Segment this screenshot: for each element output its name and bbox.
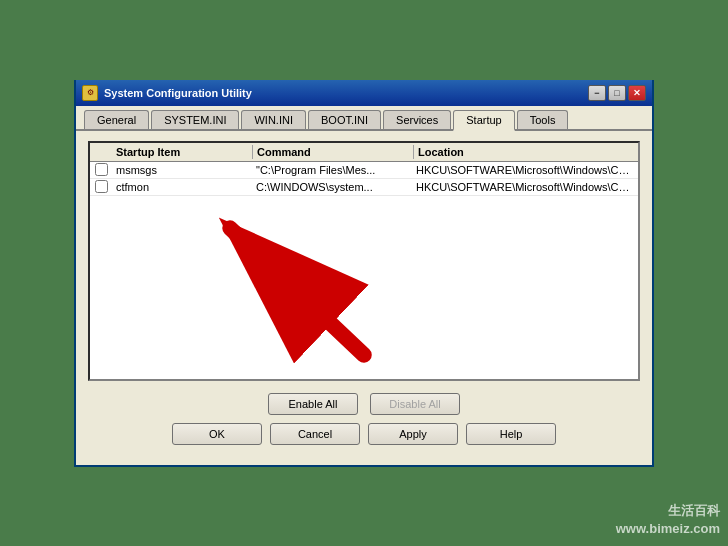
main-window: ⚙ System Configuration Utility − □ ✕ Gen…	[74, 80, 654, 467]
tab-tools[interactable]: Tools	[517, 110, 569, 129]
startup-item-header: Startup Item	[112, 145, 252, 159]
disable-all-button[interactable]: Disable All	[370, 393, 460, 415]
table-row: msmsgs "C:\Program Files\Mes... HKCU\SOF…	[90, 162, 638, 179]
tab-system-ini[interactable]: SYSTEM.INI	[151, 110, 239, 129]
tab-startup[interactable]: Startup	[453, 110, 514, 131]
close-button[interactable]: ✕	[628, 85, 646, 101]
startup-table: Startup Item Command Location msmsgs "C:…	[88, 141, 640, 381]
table-header: Startup Item Command Location	[90, 143, 638, 162]
title-bar: ⚙ System Configuration Utility − □ ✕	[76, 80, 652, 106]
check-col-header	[90, 145, 112, 159]
row-1-checkbox[interactable]	[95, 163, 108, 176]
row-2-checkbox[interactable]	[95, 180, 108, 193]
tab-boot-ini[interactable]: BOOT.INI	[308, 110, 381, 129]
table-row: ctfmon C:\WINDOWS\system... HKCU\SOFTWAR…	[90, 179, 638, 196]
row-1-command: "C:\Program Files\Mes...	[252, 162, 412, 178]
tab-content: Startup Item Command Location msmsgs "C:…	[76, 131, 652, 465]
row-2-startup: ctfmon	[112, 179, 252, 195]
tab-general[interactable]: General	[84, 110, 149, 129]
ok-button[interactable]: OK	[172, 423, 262, 445]
tab-services[interactable]: Services	[383, 110, 451, 129]
secondary-button-row: Enable All Disable All	[88, 393, 640, 415]
enable-all-button[interactable]: Enable All	[268, 393, 358, 415]
window-title: System Configuration Utility	[104, 87, 582, 99]
help-button[interactable]: Help	[466, 423, 556, 445]
row-1-location: HKCU\SOFTWARE\Microsoft\Windows\CurrentV…	[412, 162, 638, 178]
row-1-checkbox-cell	[90, 163, 112, 176]
row-2-checkbox-cell	[90, 180, 112, 193]
row-2-location: HKCU\SOFTWARE\Microsoft\Windows\CurrentV…	[412, 179, 638, 195]
row-1-startup: msmsgs	[112, 162, 252, 178]
command-header: Command	[253, 145, 413, 159]
watermark: 生活百科 www.bimeiz.com	[616, 502, 720, 538]
app-icon: ⚙	[82, 85, 98, 101]
apply-button[interactable]: Apply	[368, 423, 458, 445]
location-header: Location	[414, 145, 638, 159]
window-controls: − □ ✕	[588, 85, 646, 101]
cancel-button[interactable]: Cancel	[270, 423, 360, 445]
row-2-command: C:\WINDOWS\system...	[252, 179, 412, 195]
maximize-button[interactable]: □	[608, 85, 626, 101]
tab-win-ini[interactable]: WIN.INI	[241, 110, 306, 129]
primary-button-row: OK Cancel Apply Help	[88, 423, 640, 445]
tab-bar: General SYSTEM.INI WIN.INI BOOT.INI Serv…	[76, 106, 652, 131]
minimize-button[interactable]: −	[588, 85, 606, 101]
